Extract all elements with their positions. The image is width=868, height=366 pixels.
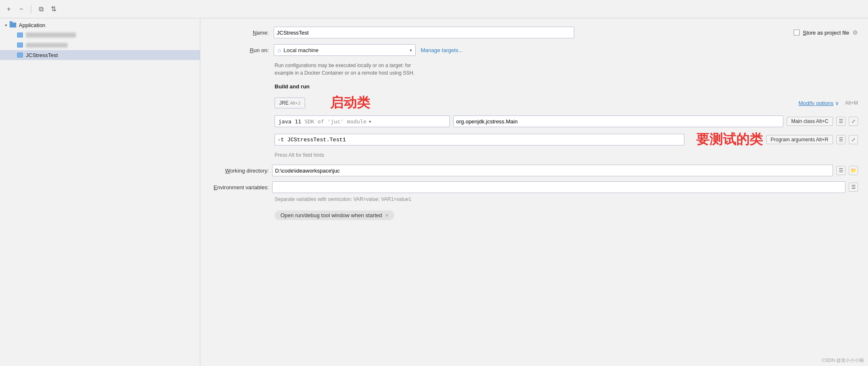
alt-m-hint: Alt+M [845,100,858,106]
sdk-dropdown-arrow-icon: ▾ [369,119,371,124]
jcstresstest-label: JCStressTest [26,52,58,58]
blurred-icon-1 [17,32,23,38]
application-folder-icon [10,22,16,28]
sidebar-item-application[interactable]: ▾ Application [0,20,200,30]
main-class-input[interactable] [453,115,783,127]
prog-args-hint-tooltip: Program arguments Alt+R [766,135,833,144]
blurred-label-2 [26,43,68,48]
prog-args-input[interactable] [275,134,684,145]
prog-args-file-icon[interactable]: ☰ [836,135,845,144]
home-icon: ⌂ [278,47,281,53]
sidebar-blurred-item-1[interactable] [0,30,200,40]
name-input[interactable] [274,27,574,38]
prog-args-expand-icon[interactable]: ⤢ [849,135,858,144]
remove-button[interactable]: − [17,5,26,14]
bottom-tag-row: Open run/debug tool window when started … [275,211,858,220]
jre-button[interactable]: JRE Alt+J [275,98,305,108]
add-button[interactable]: + [4,5,13,14]
sidebar-tree: ▾ Application [0,18,200,366]
open-tool-label: Open run/debug tool window when started [280,212,382,218]
working-dir-row: Working directory: ☰ 📁 [210,165,858,176]
sdk-main-row: java 11 SDK of 'juc' module ▾ Main class… [275,115,858,127]
jre-group: JRE Alt+J [275,98,305,108]
working-dir-label: Working directory: [210,168,269,174]
name-input-group: Name: [210,27,785,38]
sidebar-item-jcstresstest[interactable]: JCStressTest [0,50,200,60]
manage-targets-link[interactable]: Manage targets... [421,47,463,53]
env-vars-input[interactable] [272,181,845,193]
blurred-label-1 [26,33,76,38]
config-icon [17,52,23,58]
copy-button[interactable]: ⧉ [36,5,45,14]
main-class-file-icon[interactable]: ☰ [836,117,845,126]
store-project-row: Store as project file ⚙ [794,29,858,36]
runon-row: Run on: ⌂ Local machine ▾ Manage targets… [210,44,858,56]
runon-dropdown[interactable]: ⌂ Local machine ▾ [274,44,416,56]
toolbar-separator [31,5,31,13]
prog-args-row: 要测试的类 Program arguments Alt+R ☰ ⤢ [275,130,858,149]
runon-hint: Run configurations may be executed local… [275,62,858,77]
annotation-test-class: 要测试的类 [696,130,763,149]
modify-options-link[interactable]: Modify options ∨ [799,100,839,106]
expand-arrow-icon: ▾ [5,23,7,28]
jre-modify-row: JRE Alt+J 启动类 Modify options ∨ Alt+M [275,94,858,112]
main-class-expand-icon[interactable]: ⤢ [849,117,858,126]
sidebar: ▾ Application [0,18,200,366]
env-vars-label: Environment variables: [210,184,269,191]
jre-shortcut: Alt+J [290,100,300,105]
runon-label: Run on: [210,47,269,53]
name-label: Name: [210,30,269,36]
store-checkbox[interactable] [794,30,800,35]
dropdown-arrow-icon: ▾ [410,48,412,53]
modify-options-group: Modify options ∨ Alt+M [799,100,858,106]
tag-close-icon[interactable]: × [386,213,389,218]
sort-button[interactable]: ⇅ [49,5,58,14]
runon-value: Local machine [283,47,318,53]
env-vars-icon[interactable]: ☰ [849,183,858,192]
env-vars-row: Environment variables: ☰ [210,181,858,193]
open-tool-tag: Open run/debug tool window when started … [275,211,394,220]
gear-icon[interactable]: ⚙ [853,29,858,36]
store-label: Store as project file [803,30,849,36]
env-vars-hint: Separate variables with semicolon: VAR=v… [275,196,858,202]
annotation-startup-class: 启动类 [330,94,370,112]
content-wrapper: Name: Store as project file ⚙ Run on: ⌂ … [200,18,868,366]
application-label: Application [19,22,45,28]
build-run-header: Build and run [275,83,858,90]
main-class-hint-tooltip: Main class Alt+C [787,117,833,126]
sidebar-blurred-item-2[interactable] [0,40,200,50]
working-dir-file-icon[interactable]: ☰ [836,166,845,175]
press-alt-hint: Press Alt for field hints [275,152,858,158]
working-dir-folder-icon[interactable]: 📁 [849,166,858,175]
content-panel: Name: Store as project file ⚙ Run on: ⌂ … [200,18,868,228]
watermark: CSDN @龙小小小猫 [822,357,864,363]
blurred-icon-2 [17,42,23,48]
working-dir-input[interactable] [272,165,833,176]
sdk-dropdown[interactable]: java 11 SDK of 'juc' module ▾ [275,115,450,127]
sdk-value: java 11 SDK of 'juc' module [278,118,366,125]
name-row: Name: Store as project file ⚙ [210,27,858,38]
